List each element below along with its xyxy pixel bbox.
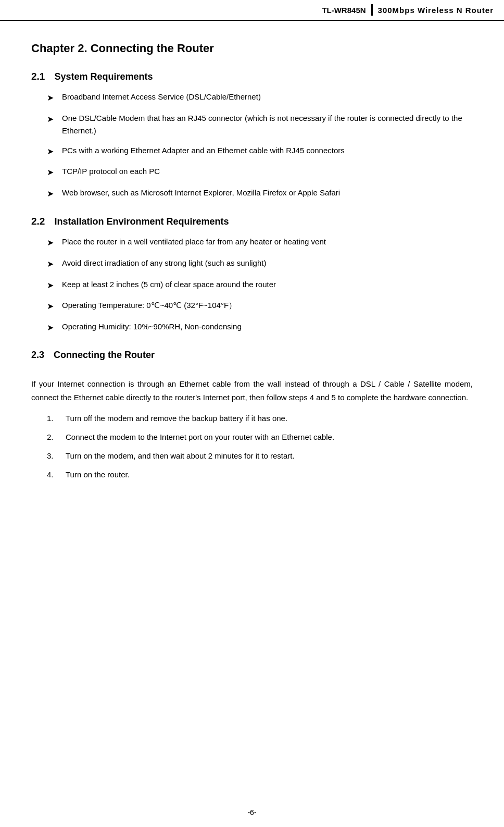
bullet-icon: ➤ bbox=[47, 236, 54, 250]
list-item: ➤ One DSL/Cable Modem that has an RJ45 c… bbox=[31, 112, 473, 137]
bullet-icon: ➤ bbox=[47, 257, 54, 271]
section-2-1-list: ➤ Broadband Internet Access Service (DSL… bbox=[31, 91, 473, 200]
step-text: Turn on the router. bbox=[66, 468, 473, 481]
header: TL-WR845N 300Mbps Wireless N Router bbox=[0, 0, 504, 21]
list-item: ➤ TCP/IP protocol on each PC bbox=[31, 165, 473, 179]
header-divider bbox=[371, 4, 373, 16]
bullet-text: Operating Temperature: 0℃~40℃ (32°F~104°… bbox=[62, 299, 473, 312]
main-content: Chapter 2. Connecting the Router 2.1 Sys… bbox=[0, 21, 504, 528]
bullet-text: Broadband Internet Access Service (DSL/C… bbox=[62, 91, 473, 103]
step-text: Turn on the modem, and then wait about 2… bbox=[66, 450, 473, 462]
section-2-1-number: 2.1 bbox=[31, 71, 45, 82]
list-item: ➤ Avoid direct irradiation of any strong… bbox=[31, 257, 473, 271]
list-item: 2. Connect the modem to the Internet por… bbox=[31, 431, 473, 443]
step-number: 3. bbox=[47, 450, 66, 462]
bullet-icon: ➤ bbox=[47, 91, 54, 105]
bullet-icon: ➤ bbox=[47, 145, 54, 158]
section-2-3-steps: 1. Turn off the modem and remove the bac… bbox=[31, 412, 473, 481]
step-number: 1. bbox=[47, 412, 66, 425]
section-2-1-title: System Requirements bbox=[54, 71, 153, 82]
step-text: Turn off the modem and remove the backup… bbox=[66, 412, 473, 425]
section-2-2: 2.2 Installation Environment Requirement… bbox=[31, 216, 473, 334]
section-2-3-paragraph: If your Internet connection is through a… bbox=[31, 377, 473, 404]
section-2-1-header: 2.1 System Requirements bbox=[31, 71, 473, 82]
bullet-icon: ➤ bbox=[47, 321, 54, 335]
bullet-icon: ➤ bbox=[47, 279, 54, 292]
section-2-3: 2.3 Connecting the Router If your Intern… bbox=[31, 350, 473, 481]
bullet-icon: ➤ bbox=[47, 166, 54, 179]
bullet-text: Avoid direct irradiation of any strong l… bbox=[62, 257, 473, 269]
list-item: ➤ Broadband Internet Access Service (DSL… bbox=[31, 91, 473, 105]
bullet-text: Operating Humidity: 10%~90%RH, Non-conde… bbox=[62, 320, 473, 333]
bullet-icon: ➤ bbox=[47, 113, 54, 126]
list-item: ➤ Web browser, such as Microsoft Interne… bbox=[31, 187, 473, 201]
list-item: ➤ Operating Humidity: 10%~90%RH, Non-con… bbox=[31, 320, 473, 335]
step-text: Connect the modem to the Internet port o… bbox=[66, 431, 473, 443]
page-number: -6- bbox=[247, 808, 256, 817]
section-2-3-title: Connecting the Router bbox=[54, 350, 155, 361]
chapter-title: Chapter 2. Connecting the Router bbox=[31, 42, 473, 55]
bullet-text: Keep at least 2 inches (5 cm) of clear s… bbox=[62, 278, 473, 291]
bullet-icon: ➤ bbox=[47, 300, 54, 313]
section-2-2-number: 2.2 bbox=[31, 216, 45, 227]
step-number: 2. bbox=[47, 431, 66, 443]
list-item: ➤ Keep at least 2 inches (5 cm) of clear… bbox=[31, 278, 473, 292]
list-item: ➤ Place the router in a well ventilated … bbox=[31, 236, 473, 250]
section-2-2-list: ➤ Place the router in a well ventilated … bbox=[31, 236, 473, 334]
list-item: ➤ PCs with a working Ethernet Adapter an… bbox=[31, 144, 473, 158]
section-2-2-title: Installation Environment Requirements bbox=[54, 216, 229, 227]
bullet-icon: ➤ bbox=[47, 187, 54, 201]
bullet-text: Web browser, such as Microsoft Internet … bbox=[62, 187, 473, 199]
list-item: ➤ Operating Temperature: 0℃~40℃ (32°F~10… bbox=[31, 299, 473, 313]
section-2-2-header: 2.2 Installation Environment Requirement… bbox=[31, 216, 473, 227]
bullet-text: TCP/IP protocol on each PC bbox=[62, 165, 473, 178]
header-model: TL-WR845N bbox=[322, 6, 366, 15]
page-footer: -6- bbox=[0, 808, 504, 817]
list-item: 4. Turn on the router. bbox=[31, 468, 473, 481]
section-2-3-number: 2.3 bbox=[31, 350, 44, 361]
bullet-text: One DSL/Cable Modem that has an RJ45 con… bbox=[62, 112, 473, 137]
bullet-text: Place the router in a well ventilated pl… bbox=[62, 236, 473, 248]
section-2-1: 2.1 System Requirements ➤ Broadband Inte… bbox=[31, 71, 473, 200]
bullet-text: PCs with a working Ethernet Adapter and … bbox=[62, 144, 473, 157]
list-item: 1. Turn off the modem and remove the bac… bbox=[31, 412, 473, 425]
step-number: 4. bbox=[47, 468, 66, 481]
header-description: 300Mbps Wireless N Router bbox=[378, 6, 494, 15]
section-2-3-header: 2.3 Connecting the Router bbox=[31, 350, 473, 369]
list-item: 3. Turn on the modem, and then wait abou… bbox=[31, 450, 473, 462]
